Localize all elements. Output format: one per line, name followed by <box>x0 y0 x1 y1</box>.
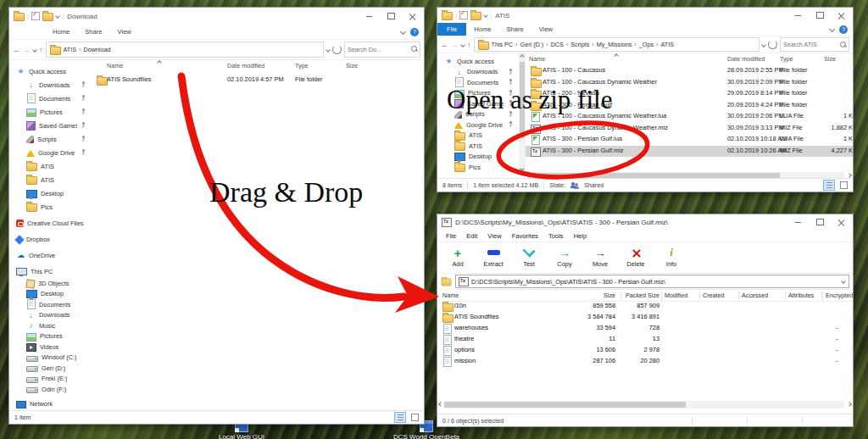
menu-favorites[interactable]: Favorites <box>507 232 543 240</box>
breadcrumb-item-geri-d[interactable]: Geri (D:) <box>520 41 544 48</box>
path-combobox[interactable]: D:\DCS\Scripts\My_Missions\_Ops\ATIS\ATI… <box>455 275 849 288</box>
help-icon[interactable]: ? <box>839 25 848 34</box>
sidebar-item-dropbox[interactable]: Dropbox <box>9 232 92 246</box>
ribbon-expand-icon[interactable] <box>829 26 835 32</box>
file-row-atis-soundfiles[interactable]: ATIS Soundfiles02.10.2019 4:57 PMFile fo… <box>92 75 424 86</box>
scroll-left-icon[interactable] <box>437 401 444 408</box>
sidebar-item-atis[interactable]: ATIS <box>437 131 519 142</box>
column-header-packed-size[interactable]: Packed Size <box>622 292 659 299</box>
column-header-type[interactable]: Type <box>295 62 309 69</box>
tab-home[interactable]: Home <box>466 23 498 36</box>
archive-row-mission[interactable]: mission287 10620 280- <box>437 356 853 367</box>
sidebar-item-google-drive[interactable]: Google Drive <box>437 119 519 131</box>
sidebar-item-saved-games[interactable]: Saved Games <box>437 98 519 109</box>
sidebar-item-music[interactable]: ♪Music <box>9 320 92 331</box>
maximize-button[interactable] <box>809 214 831 230</box>
sidebar-item-downloads[interactable]: ↓Downloads <box>437 67 519 78</box>
sidebar-item-google-drive[interactable]: Google Drive <box>9 146 92 159</box>
column-header-encrypted[interactable]: Encrypted <box>826 292 853 299</box>
sidebar-item-scripts[interactable]: Scripts <box>9 132 92 146</box>
breadcrumb-item-atis[interactable]: ATIS <box>64 46 76 53</box>
column-header-name[interactable]: Name <box>529 55 545 63</box>
properties-check-icon[interactable] <box>459 11 468 19</box>
details-view-button[interactable] <box>394 412 406 423</box>
close-button[interactable] <box>831 214 853 230</box>
help-icon[interactable]: ? <box>410 28 419 36</box>
breadcrumb-item-dcs[interactable]: DCS <box>551 41 564 48</box>
column-header-size[interactable]: Size <box>588 292 615 299</box>
maximize-button[interactable] <box>809 8 831 23</box>
title-bar[interactable]: | | Download <box>9 8 424 25</box>
sidebar-item-windoof-c[interactable]: Windoof (C:) <box>9 353 92 364</box>
sidebar-item-videos[interactable]: Videos <box>9 342 92 353</box>
sidebar-item-atis[interactable]: ATIS <box>9 159 92 173</box>
file-row-atis-100-caucasus[interactable]: ATIS - 100 - Caucasus28.09.2019 2:55 PMF… <box>526 65 853 77</box>
archive-row-l10n[interactable]: l10n859 558857 909 <box>437 301 853 312</box>
sidebar-item-pictures[interactable]: Pictures <box>437 88 519 99</box>
breadcrumb-item-this-pc[interactable]: This PC <box>492 41 514 48</box>
sidebar-scrollbar[interactable] <box>519 53 526 172</box>
sidebar-item-documents[interactable]: Documents <box>9 299 92 310</box>
sidebar-item-saved-games[interactable]: Saved Games <box>9 119 92 132</box>
sidebar-item-atis[interactable]: ATIS <box>9 173 92 186</box>
column-header-created[interactable]: Created <box>703 292 725 299</box>
close-button[interactable] <box>402 8 424 25</box>
copy-button[interactable]: →Copy <box>548 242 581 271</box>
breadcrumb-item-ops[interactable]: _Ops <box>639 41 654 48</box>
tab-view[interactable]: View <box>110 25 139 39</box>
column-header-date-modified[interactable]: Date modified <box>227 62 264 69</box>
sidebar-item-atis[interactable]: ATIS <box>437 141 519 152</box>
back-button[interactable]: ← <box>441 41 448 49</box>
title-bar[interactable]: D:\DCS\Scripts\My_Missions\_Ops\ATIS\ATI… <box>437 214 853 230</box>
sidebar-item-odin-f[interactable]: Odin (F:) <box>9 384 92 395</box>
horizontal-scrollbar[interactable] <box>444 401 844 408</box>
column-header-size[interactable]: Size <box>346 62 358 69</box>
sidebar-item-quick-access[interactable]: ★Quick access <box>437 56 519 67</box>
up-button[interactable]: ↑ <box>467 41 471 49</box>
column-header-date-modified[interactable]: Date modified <box>727 55 765 63</box>
sidebar-item-documents[interactable]: Documents <box>9 92 92 105</box>
breadcrumb-item-atis[interactable]: ATIS <box>661 41 674 48</box>
sidebar-item-scripts[interactable]: Scripts <box>437 109 519 120</box>
archive-row-warehouses[interactable]: warehouses33 594728- <box>437 323 853 334</box>
maximize-button[interactable] <box>380 8 402 25</box>
column-header-type[interactable]: Type <box>780 55 793 63</box>
column-header-accessed[interactable]: Accessed <box>742 292 768 299</box>
sidebar-item-desktop[interactable]: Desktop <box>437 152 519 163</box>
new-folder-icon[interactable] <box>42 13 53 21</box>
sidebar-item-this-pc[interactable]: This PC <box>9 264 92 278</box>
tab-share[interactable]: Share <box>499 23 531 36</box>
up-folder-icon[interactable] <box>442 279 452 286</box>
file-row-atis-300-persian-gulf[interactable]: ATIS - 300 - Persian Gulf20.09.2019 4:24… <box>526 100 853 112</box>
refresh-icon[interactable] <box>768 40 777 49</box>
search-input[interactable] <box>781 41 845 48</box>
menu-help[interactable]: Help <box>569 232 593 240</box>
sidebar-item-pictures[interactable]: Pictures <box>9 105 92 119</box>
properties-check-icon[interactable] <box>31 12 40 20</box>
column-header-name[interactable]: Name <box>107 62 123 69</box>
back-button[interactable]: ← <box>13 46 20 54</box>
tab-home[interactable]: Home <box>45 25 77 39</box>
search-input[interactable] <box>345 46 409 53</box>
icons-view-button[interactable] <box>837 180 849 191</box>
sidebar-item-downloads[interactable]: ↓Downloads <box>9 310 92 321</box>
column-header-attributes[interactable]: Attributes <box>788 292 814 299</box>
ribbon-expand-icon[interactable] <box>400 29 406 35</box>
address-chevron-icon[interactable] <box>761 42 766 47</box>
sidebar-item-documents[interactable]: Documents <box>437 77 519 88</box>
extract-button[interactable]: Extract <box>476 242 510 271</box>
menu-view[interactable]: View <box>482 232 506 240</box>
file-row-atis-100-caucasus-dynamic-weather-lua[interactable]: ATIS - 100 - Caucasus Dynamic Weather.lu… <box>526 111 853 123</box>
title-bar[interactable]: | | ATIS <box>437 8 853 23</box>
address-chevron-icon[interactable] <box>326 47 331 53</box>
scroll-down-icon[interactable] <box>519 165 526 172</box>
test-button[interactable]: Test <box>512 242 546 271</box>
column-header-modified[interactable]: Modified <box>665 292 687 299</box>
history-chevron-icon[interactable] <box>460 42 465 47</box>
breadcrumb[interactable]: ATIS›Download <box>46 42 325 58</box>
breadcrumb-item-download[interactable]: Download <box>83 46 110 53</box>
menu-edit[interactable]: Edit <box>461 232 482 240</box>
sidebar-item-creative-cloud-files[interactable]: Creative Cloud Files <box>9 216 92 230</box>
breadcrumb-item-scripts[interactable]: Scripts <box>570 41 589 48</box>
chevron-down-icon[interactable] <box>841 279 846 284</box>
